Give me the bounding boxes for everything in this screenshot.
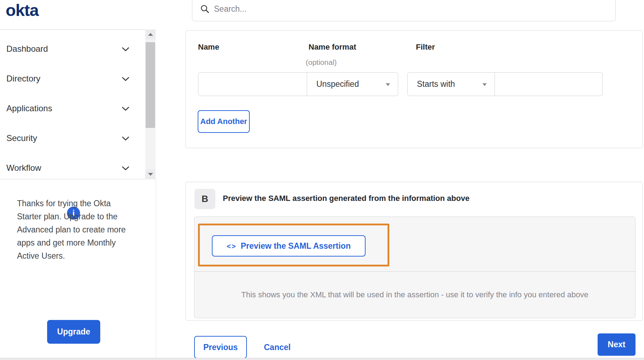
chevron-down-icon: [122, 107, 129, 111]
filter-value-input[interactable]: [495, 72, 603, 96]
name-format-optional-hint: (optional): [306, 58, 337, 67]
scroll-down-button[interactable]: [145, 169, 156, 179]
upgrade-button[interactable]: Upgrade: [47, 320, 100, 344]
add-another-button[interactable]: Add Another: [198, 110, 250, 133]
sidebar-item-label: Applications: [6, 103, 52, 113]
sidebar-item-label: Workflow: [6, 163, 41, 173]
upgrade-promo-text: Thanks for trying the Okta Starter plan.…: [17, 197, 130, 263]
filter-type-selected-value: Starts with: [417, 79, 455, 89]
search-input[interactable]: [214, 4, 597, 14]
cancel-link[interactable]: Cancel: [264, 336, 290, 359]
preview-description-area: This shows you the XML that will be used…: [194, 272, 635, 318]
sidebar-item-workflow[interactable]: Workflow: [0, 153, 156, 183]
preview-description-text: This shows you the XML that will be used…: [241, 290, 588, 299]
filter-type-select[interactable]: Starts with: [407, 72, 495, 96]
code-brackets-icon: <>: [227, 242, 236, 251]
preview-panel: <> Preview the SAML Assertion This shows…: [194, 216, 635, 318]
previous-button[interactable]: Previous: [194, 336, 247, 359]
step-b-badge: B: [194, 189, 215, 209]
chevron-down-icon: [122, 136, 129, 141]
sidebar-nav: Dashboard Directory Applications Securit…: [0, 29, 156, 179]
preview-button-label: Preview the SAML Assertion: [241, 241, 351, 251]
global-search: [192, 0, 616, 21]
okta-admin-page: okta Dashboard Directory Applications: [0, 0, 644, 360]
chevron-down-icon: [122, 77, 129, 81]
sidebar-item-dashboard[interactable]: Dashboard: [0, 34, 156, 64]
name-format-select[interactable]: Unspecified: [307, 72, 398, 96]
sidebar-scrollbar[interactable]: [145, 29, 156, 179]
okta-logo: okta: [6, 0, 39, 21]
sidebar-item-directory[interactable]: Directory: [0, 64, 156, 94]
scroll-up-button[interactable]: [145, 29, 156, 39]
preview-saml-assertion-button[interactable]: <> Preview the SAML Assertion: [212, 235, 366, 257]
chevron-down-icon: [122, 47, 129, 52]
next-button[interactable]: Next: [598, 333, 635, 356]
chevron-down-icon: [122, 166, 129, 171]
sidebar-item-security[interactable]: Security: [0, 123, 156, 153]
page-bottom-edge: [0, 358, 644, 360]
sidebar-item-label: Dashboard: [6, 44, 48, 54]
sidebar-item-label: Directory: [6, 74, 40, 84]
triangle-up-icon: [148, 33, 153, 36]
preview-button-area: <> Preview the SAML Assertion: [194, 217, 635, 272]
attribute-name-input[interactable]: [198, 72, 307, 96]
dropdown-caret-icon: [482, 83, 487, 86]
name-format-selected-value: Unspecified: [316, 79, 359, 89]
sidebar-item-label: Security: [6, 133, 37, 143]
filter-column-label: Filter: [416, 43, 435, 52]
name-format-column-label: Name format: [309, 43, 356, 52]
preview-saml-card: B Preview the SAML assertion generated f…: [185, 182, 643, 321]
preview-section-title: Preview the SAML assertion generated fro…: [223, 194, 469, 203]
dropdown-caret-icon: [386, 83, 390, 86]
name-column-label: Name: [198, 43, 219, 52]
search-icon: [200, 4, 210, 14]
triangle-down-icon: [148, 173, 153, 176]
sidebar-item-applications[interactable]: Applications: [0, 94, 156, 123]
attribute-statements-card: Name Name format (optional) Filter Unspe…: [185, 30, 643, 148]
scrollbar-thumb[interactable]: [146, 42, 155, 128]
